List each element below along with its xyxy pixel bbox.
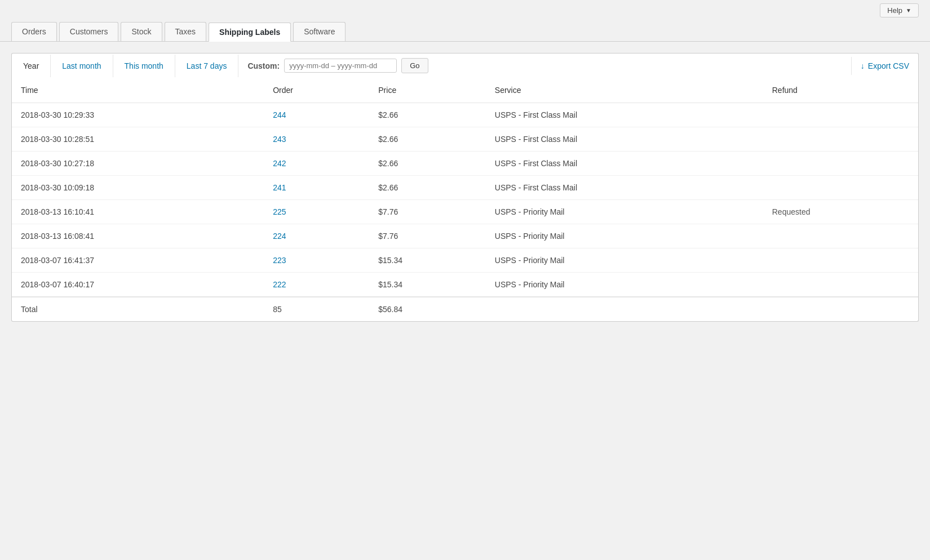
cell-refund [763, 176, 918, 200]
cell-refund [763, 103, 918, 127]
cell-price: $7.76 [369, 200, 486, 224]
table-row: 2018-03-30 10:09:18241$2.66USPS - First … [12, 176, 918, 200]
cell-price: $7.76 [369, 224, 486, 248]
custom-date-section: Custom: Go [238, 54, 851, 78]
cell-refund [763, 127, 918, 152]
table-row: 2018-03-30 10:27:18242$2.66USPS - First … [12, 152, 918, 176]
cell-service: USPS - Priority Mail [486, 224, 763, 248]
tab-shipping-labels[interactable]: Shipping Labels [209, 23, 291, 42]
cell-order[interactable]: 244 [264, 103, 369, 127]
cell-time: 2018-03-07 16:41:37 [12, 248, 264, 273]
period-tab-last-7-days[interactable]: Last 7 days [175, 55, 239, 77]
table-row: 2018-03-07 16:40:17222$15.34USPS - Prior… [12, 273, 918, 297]
cell-time: 2018-03-30 10:27:18 [12, 152, 264, 176]
table-header-row: Time Order Price Service Refund [12, 78, 918, 103]
cell-time: 2018-03-30 10:28:51 [12, 127, 264, 152]
download-icon: ↓ [861, 61, 865, 70]
table-row: 2018-03-13 16:10:41225$7.76USPS - Priori… [12, 200, 918, 224]
tab-stock[interactable]: Stock [121, 22, 162, 41]
cell-time: 2018-03-13 16:10:41 [12, 200, 264, 224]
export-csv-button[interactable]: ↓ Export CSV [851, 57, 918, 75]
tab-software[interactable]: Software [293, 22, 346, 41]
cell-price: $2.66 [369, 176, 486, 200]
cell-time: 2018-03-07 16:40:17 [12, 273, 264, 297]
data-table-wrapper: Time Order Price Service Refund 2018-03-… [11, 78, 919, 322]
period-nav: Year Last month This month Last 7 days C… [11, 53, 919, 78]
cell-refund [763, 224, 918, 248]
cell-order[interactable]: 223 [264, 248, 369, 273]
cell-order[interactable]: 241 [264, 176, 369, 200]
period-tab-this-month[interactable]: This month [113, 55, 175, 77]
cell-service: USPS - First Class Mail [486, 103, 763, 127]
cell-time: 2018-03-30 10:29:33 [12, 103, 264, 127]
cell-service: USPS - First Class Mail [486, 176, 763, 200]
cell-refund [763, 273, 918, 297]
total-label: Total [12, 297, 264, 321]
help-button[interactable]: Help ▼ [880, 3, 919, 17]
chevron-down-icon: ▼ [906, 7, 911, 14]
tab-orders[interactable]: Orders [11, 22, 57, 41]
cell-price: $2.66 [369, 127, 486, 152]
main-content: Year Last month This month Last 7 days C… [0, 42, 930, 333]
top-bar: Help ▼ [0, 0, 930, 17]
cell-price: $15.34 [369, 273, 486, 297]
table-total-row: Total85$56.84 [12, 297, 918, 321]
shipping-labels-table: Time Order Price Service Refund 2018-03-… [12, 78, 918, 321]
cell-order[interactable]: 242 [264, 152, 369, 176]
custom-date-input[interactable] [284, 59, 397, 73]
total-service-empty [486, 297, 763, 321]
cell-service: USPS - Priority Mail [486, 248, 763, 273]
tab-taxes[interactable]: Taxes [165, 22, 207, 41]
cell-order[interactable]: 243 [264, 127, 369, 152]
cell-price: $2.66 [369, 152, 486, 176]
cell-service: USPS - Priority Mail [486, 273, 763, 297]
cell-service: USPS - Priority Mail [486, 200, 763, 224]
cell-refund [763, 152, 918, 176]
cell-price: $15.34 [369, 248, 486, 273]
cell-order[interactable]: 222 [264, 273, 369, 297]
period-tab-year[interactable]: Year [12, 55, 51, 77]
cell-service: USPS - First Class Mail [486, 152, 763, 176]
col-header-refund: Refund [763, 78, 918, 103]
total-refund-empty [763, 297, 918, 321]
col-header-price: Price [369, 78, 486, 103]
help-label: Help [887, 6, 902, 15]
cell-price: $2.66 [369, 103, 486, 127]
cell-order[interactable]: 224 [264, 224, 369, 248]
go-button[interactable]: Go [401, 58, 428, 73]
total-price: $56.84 [369, 297, 486, 321]
period-tab-last-month[interactable]: Last month [51, 55, 113, 77]
col-header-time: Time [12, 78, 264, 103]
cell-time: 2018-03-30 10:09:18 [12, 176, 264, 200]
custom-label: Custom: [247, 61, 280, 70]
cell-time: 2018-03-13 16:08:41 [12, 224, 264, 248]
cell-service: USPS - First Class Mail [486, 127, 763, 152]
export-csv-label: Export CSV [868, 61, 909, 70]
cell-refund [763, 248, 918, 273]
col-header-order: Order [264, 78, 369, 103]
table-row: 2018-03-13 16:08:41224$7.76USPS - Priori… [12, 224, 918, 248]
col-header-service: Service [486, 78, 763, 103]
tab-customers[interactable]: Customers [59, 22, 119, 41]
table-row: 2018-03-30 10:28:51243$2.66USPS - First … [12, 127, 918, 152]
cell-refund: Requested [763, 200, 918, 224]
table-row: 2018-03-30 10:29:33244$2.66USPS - First … [12, 103, 918, 127]
total-order-count: 85 [264, 297, 369, 321]
table-row: 2018-03-07 16:41:37223$15.34USPS - Prior… [12, 248, 918, 273]
cell-order[interactable]: 225 [264, 200, 369, 224]
main-tabs-nav: Orders Customers Stock Taxes Shipping La… [0, 17, 930, 42]
